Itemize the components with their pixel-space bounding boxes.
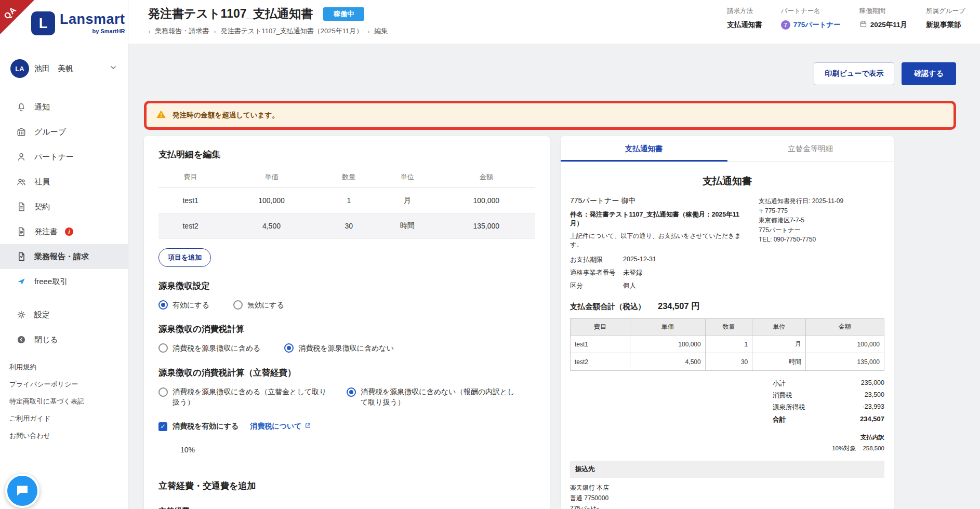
tax-calc-expense-section-title: 源泉徴収の消費税計算（立替経費） [158,367,535,379]
sidebar-item-label: 閉じる [34,335,58,345]
info-row-due-date: お支払期限 2025-12-31 [570,256,884,264]
brand-logo[interactable]: L Lansmart by SmartHR [31,11,125,35]
cell-unit-price: 4,500 [222,213,320,239]
bank-details: 楽天銀行 本店 普通 7750000 775パｰﾄﾅｰ [570,483,884,509]
status-badge: 稼働中 [323,7,364,21]
sidebar-item-label: グループ [34,127,66,137]
print-view-button[interactable]: 印刷ビューで表示 [814,62,894,85]
meta-work-period: 稼働期間 2025年11月 [859,7,907,44]
link-commerce-law[interactable]: 特定商取引に基づく表記 [9,397,84,406]
summary-withholding: 源泉所得税 -23,993 [773,403,884,412]
doc-col-unit: 単位 [752,319,806,336]
radio-icon [233,300,243,310]
table-row[interactable]: test2 4,500 30 時間 135,000 [158,213,535,239]
alert-message: 発注時の金額を超過しています。 [173,111,279,120]
col-unit: 単位 [377,167,438,188]
doc-table-header-row: 費目 単価 数量 単位 金額 [571,319,884,336]
radio-icon [347,387,356,397]
action-toolbar: 印刷ビューで表示 確認する [144,62,956,85]
tax-enable-checkbox[interactable] [158,422,167,431]
doc-line-items-table: 費目 単価 数量 単位 金額 test1 100,000 1 [570,318,884,371]
col-expense-item: 費目 [158,167,222,188]
user-avatar: LA [10,59,29,78]
expense-subsection-title: 立替経費 [158,506,535,509]
meta-label: パートナー名 [781,7,820,16]
breadcrumb-chevron: › [148,28,150,35]
radio-icon [158,300,168,310]
link-guide[interactable]: ご利用ガイド [9,414,84,423]
user-name: 池田 美帆 [34,64,104,74]
doc-issuer-block: 支払通知書発行日: 2025-11-09 〒775-775 東京都港区7-7-5… [759,196,884,249]
breadcrumb-document[interactable]: 発注書テスト1107_支払通知書（2025年11月） [221,26,363,36]
partner-link[interactable]: 775パートナー [793,20,841,30]
page-title: 発注書テスト1107_支払通知書 [148,6,313,22]
link-contact[interactable]: お問い合わせ [9,431,84,440]
people-icon [16,176,27,187]
bell-icon [16,101,27,113]
doc-greeting: 上記件について、以下の通り、お支払いをさせていただきます。 [570,232,749,249]
withholding-options: 有効にする 無効にする [158,300,535,310]
radio-withholding-disable[interactable]: 無効にする [233,300,284,310]
add-item-button[interactable]: 項目を追加 [158,248,211,267]
tab-expense-detail[interactable]: 立替金等明細 [727,136,894,162]
sidebar-item-reports-billing[interactable]: 業務報告・請求 [0,244,128,269]
sidebar-item-close[interactable]: 閉じる [0,327,128,352]
user-menu[interactable]: LA 池田 美帆 [4,55,124,82]
sidebar-item-employees[interactable]: 社員 [0,169,128,194]
cell-unit-price: 100,000 [222,188,320,213]
sidebar-item-label: 社員 [34,177,50,187]
radio-tax-include[interactable]: 消費税を源泉徴収に含める [158,343,260,353]
radio-withholding-enable[interactable]: 有効にする [158,300,209,310]
doc-recipient: 775パートナー 御中 [570,196,749,206]
notification-badge: i [65,227,73,236]
sidebar-item-partners[interactable]: パートナー [0,144,128,169]
col-quantity: 数量 [321,167,377,188]
link-terms[interactable]: 利用規約 [9,363,84,372]
doc-total-row: 支払金額合計（税込） 234,507 円 [570,301,884,312]
sidebar-item-label: freee取引 [34,277,68,287]
tax-calc-options: 消費税を源泉徴収に含める 消費税を源泉徴収に含めない [158,343,535,353]
sidebar-item-contracts[interactable]: 契約 [0,194,128,219]
contract-icon [16,201,27,212]
tax-info-link[interactable]: 消費税について [250,422,311,431]
person-icon [16,151,27,163]
doc-col-expense-item: 費目 [571,319,630,336]
meta-value: 新規事業部 [926,20,961,30]
sidebar-item-freee[interactable]: freee取引 [0,269,128,294]
tab-payment-notice[interactable]: 支払通知書 [561,136,727,162]
preview-tabs: 支払通知書 立替金等明細 [561,136,894,162]
confirm-button[interactable]: 確認する [902,62,956,85]
header-meta: 請求方法 支払通知書 パートナー名 7 775パートナー 稼働期間 2025年1… [727,7,965,44]
chevron-down-icon [109,63,117,74]
doc-table-row: test2 4,500 30 時間 135,000 [571,353,884,371]
summary-subtotal: 小計 235,000 [773,379,884,388]
meta-partner-name: パートナー名 7 775パートナー [781,7,841,44]
edit-line-items-table: 費目 単価 数量 単位 金額 test1 100,000 1 月 [158,167,535,239]
sidebar-item-notifications[interactable]: 通知 [0,95,128,119]
breadcrumb-chevron: › [367,28,369,35]
radio-expense-tax-exclude[interactable]: 消費税を源泉徴収に含めない（報酬の内訳として取り扱う） [347,386,519,408]
radio-tax-exclude[interactable]: 消費税を源泉徴収に含めない [284,343,394,353]
tax-calc-expense-options: 消費税を源泉徴収に含める（立替金として取り扱う） 消費税を源泉徴収に含めない（報… [158,386,535,408]
main-content: 印刷ビューで表示 確認する 発注時の金額を超過しています。 支払明細を編集 費目… [128,44,980,509]
calendar-icon [859,20,867,30]
sidebar-item-groups[interactable]: グループ [0,119,128,144]
doc-info-rows: お支払期限 2025-12-31 適格事業者番号 未登録 区分 個人 [570,256,884,290]
link-privacy[interactable]: プライバシーポリシー [9,380,84,389]
bank-line: 普通 7750000 [570,493,884,504]
chat-button[interactable] [5,474,39,508]
sidebar-item-settings[interactable]: 設定 [0,302,128,327]
radio-expense-tax-include[interactable]: 消費税を源泉徴収に含める（立替金として取り扱う） [158,386,331,408]
doc-total-label: 支払金額合計（税込） [570,302,645,312]
cell-item: test1 [158,188,222,213]
meta-label: 所属グループ [926,7,965,16]
breadcrumb-reports[interactable]: 業務報告・請求書 [155,26,209,36]
meta-billing-method: 請求方法 支払通知書 [727,7,762,44]
meta-label: 請求方法 [727,7,753,16]
header-left: 発注書テスト1107_支払通知書 稼働中 › 業務報告・請求書 › 発注書テスト… [148,0,388,44]
qa-ribbon: QA [0,0,34,34]
table-row[interactable]: test1 100,000 1 月 100,000 [158,188,535,213]
doc-col-quantity: 数量 [705,319,752,336]
sidebar-item-purchase-orders[interactable]: 発注書 i [0,219,128,244]
sidebar-item-label: 通知 [34,102,50,112]
